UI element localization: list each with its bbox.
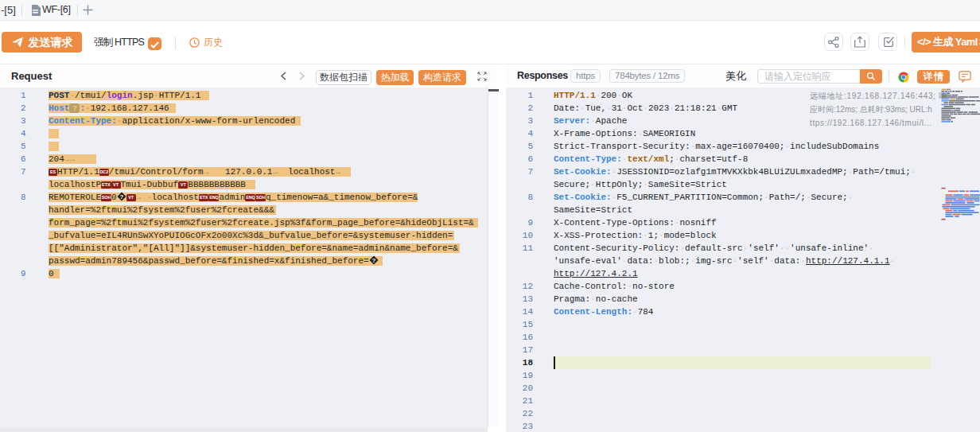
svg-text:?: ? — [119, 193, 123, 200]
svg-text:?: ? — [371, 257, 375, 264]
